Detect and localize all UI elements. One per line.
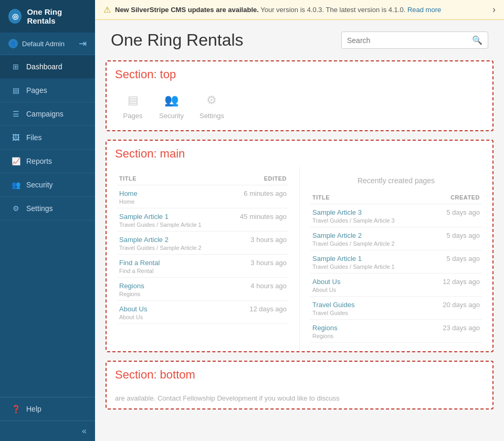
col-title: TITLE xyxy=(117,172,205,185)
user-name: Default Admin xyxy=(22,40,65,48)
row-title: Travel Guides xyxy=(310,297,407,310)
security-icon: 👥 xyxy=(10,181,21,189)
section-top: Section: top ▤ Pages 👥 Security ⚙ Settin… xyxy=(106,60,494,131)
row-time: 3 hours ago xyxy=(205,255,289,268)
top-settings-label: Settings xyxy=(200,112,224,120)
row-sub: Regions xyxy=(117,291,289,301)
top-item-security[interactable]: 👥 Security xyxy=(159,92,184,120)
row-title: Sample Article 3 xyxy=(310,204,407,218)
top-pages-icon: ▤ xyxy=(122,92,143,109)
notification-message: Your version is 4.0.3. The latest versio… xyxy=(260,6,405,14)
row-sub: Home xyxy=(117,198,289,208)
search-input[interactable] xyxy=(347,36,472,45)
table-row[interactable]: Home6 minutes ago xyxy=(117,185,289,199)
sidebar-collapse-button[interactable]: « xyxy=(0,421,95,441)
row-sub: Travel Guides / Sample Article 2 xyxy=(117,245,289,255)
help-label: Help xyxy=(26,405,41,413)
table-row[interactable]: About Us12 days ago xyxy=(117,301,289,314)
sidebar-item-pages[interactable]: ▤ Pages xyxy=(0,79,95,102)
row-time: 5 days ago xyxy=(407,204,482,218)
section-top-content: ▤ Pages 👥 Security ⚙ Settings xyxy=(107,88,492,130)
page-header: One Ring Rentals 🔍 xyxy=(95,20,504,55)
section-main: Section: main TITLE EDITED Home6 minutes… xyxy=(106,140,494,352)
col-edited: EDITED xyxy=(205,172,289,185)
row-sub: Find a Rental xyxy=(117,268,289,278)
recently-edited-panel: TITLE EDITED Home6 minutes agoHomeSample… xyxy=(107,167,299,351)
table-row[interactable]: Find a Rental3 hours ago xyxy=(117,255,289,268)
row-time: 12 days ago xyxy=(407,274,482,287)
row-title: Sample Article 2 xyxy=(117,232,205,245)
table-row[interactable]: Regions4 hours ago xyxy=(117,278,289,291)
row-time: 4 hours ago xyxy=(205,278,289,291)
sidebar-item-campaigns[interactable]: ☰ Campaigns xyxy=(0,102,95,126)
warning-icon: ⚠ xyxy=(103,5,111,15)
sidebar-item-reports[interactable]: 📈 Reports xyxy=(0,150,95,173)
top-item-settings[interactable]: ⚙ Settings xyxy=(200,92,224,120)
files-icon: 🖼 xyxy=(10,133,21,142)
notification-chevron-icon[interactable]: › xyxy=(492,4,496,15)
campaigns-icon: ☰ xyxy=(10,110,21,118)
sections-container: Section: top ▤ Pages 👥 Security ⚙ Settin… xyxy=(95,55,504,420)
sidebar: ◎ One Ring Rentals 👤 Default Admin ⇥ ⊞ D… xyxy=(0,0,95,441)
section-main-content: TITLE EDITED Home6 minutes agoHomeSample… xyxy=(107,167,492,351)
search-box: 🔍 xyxy=(341,32,488,49)
logo-icon: ◎ xyxy=(8,9,22,24)
row-title: Regions xyxy=(310,320,407,333)
user-icon: 👤 xyxy=(8,39,18,48)
table-row[interactable]: Sample Article 15 days ago xyxy=(310,250,482,264)
page-title: One Ring Rentals xyxy=(111,30,244,50)
sidebar-nav: ⊞ Dashboard ▤ Pages ☰ Campaigns 🖼 Files … xyxy=(0,55,95,397)
recently-created-table: TITLE CREATED Sample Article 35 days ago… xyxy=(310,191,482,343)
row-sub: Regions xyxy=(310,333,482,343)
row-sub: Travel Guides xyxy=(310,310,482,320)
section-bottom: Section: bottom are available. Contact F… xyxy=(106,361,494,410)
row-time: 5 days ago xyxy=(407,227,482,241)
row-time: 12 days ago xyxy=(205,301,289,314)
settings-icon: ⚙ xyxy=(10,204,21,213)
table-row[interactable]: About Us12 days ago xyxy=(310,274,482,287)
sidebar-item-security[interactable]: 👥 Security xyxy=(0,173,95,197)
row-title: Find a Rental xyxy=(117,255,205,268)
top-pages-label: Pages xyxy=(123,112,143,120)
reports-icon: 📈 xyxy=(10,157,21,165)
table-row[interactable]: Travel Guides20 days ago xyxy=(310,297,482,310)
sidebar-item-files[interactable]: 🖼 Files xyxy=(0,126,95,150)
sidebar-item-label: Dashboard xyxy=(26,62,62,71)
row-sub: Travel Guides / Sample Article 1 xyxy=(117,222,289,232)
sidebar-logo: ◎ One Ring Rentals xyxy=(0,0,95,33)
row-time: 45 minutes ago xyxy=(205,208,289,222)
sidebar-user: 👤 Default Admin ⇥ xyxy=(0,33,95,55)
app-name: One Ring Rentals xyxy=(27,7,87,25)
row-title: Sample Article 1 xyxy=(310,250,407,264)
table-row[interactable]: Sample Article 35 days ago xyxy=(310,204,482,218)
sidebar-item-label: Campaigns xyxy=(26,110,64,118)
recently-created-title: Recently created pages xyxy=(310,172,482,191)
table-row[interactable]: Sample Article 25 days ago xyxy=(310,227,482,241)
row-sub: Travel Guides / Sample Article 1 xyxy=(310,264,482,274)
table-row[interactable]: Regions23 days ago xyxy=(310,320,482,333)
row-title: About Us xyxy=(117,301,205,314)
sidebar-item-settings[interactable]: ⚙ Settings xyxy=(0,197,95,220)
sidebar-item-help[interactable]: ❓ Help xyxy=(0,397,95,421)
row-time: 6 minutes ago xyxy=(205,185,289,199)
sidebar-item-label: Reports xyxy=(26,157,52,165)
row-sub: Travel Guides / Sample Article 2 xyxy=(310,240,482,250)
recently-created-panel: Recently created pages TITLE CREATED Sam… xyxy=(299,167,492,351)
row-title: Regions xyxy=(117,278,205,291)
logout-icon[interactable]: ⇥ xyxy=(79,38,87,49)
sidebar-item-label: Pages xyxy=(26,86,47,94)
sidebar-item-label: Files xyxy=(26,133,42,142)
top-settings-icon: ⚙ xyxy=(201,92,222,109)
table-row[interactable]: Sample Article 145 minutes ago xyxy=(117,208,289,222)
section-main-label: Section: main xyxy=(107,141,492,167)
row-time: 23 days ago xyxy=(407,320,482,333)
collapse-icon: « xyxy=(82,426,87,435)
help-icon: ❓ xyxy=(10,405,21,413)
sidebar-item-dashboard[interactable]: ⊞ Dashboard xyxy=(0,55,95,79)
top-item-pages[interactable]: ▤ Pages xyxy=(122,92,143,120)
sidebar-item-label: Settings xyxy=(26,204,53,213)
search-icon: 🔍 xyxy=(472,35,482,45)
row-title: Sample Article 1 xyxy=(117,208,205,222)
notification-link[interactable]: Read more xyxy=(407,6,441,14)
table-row[interactable]: Sample Article 23 hours ago xyxy=(117,232,289,245)
